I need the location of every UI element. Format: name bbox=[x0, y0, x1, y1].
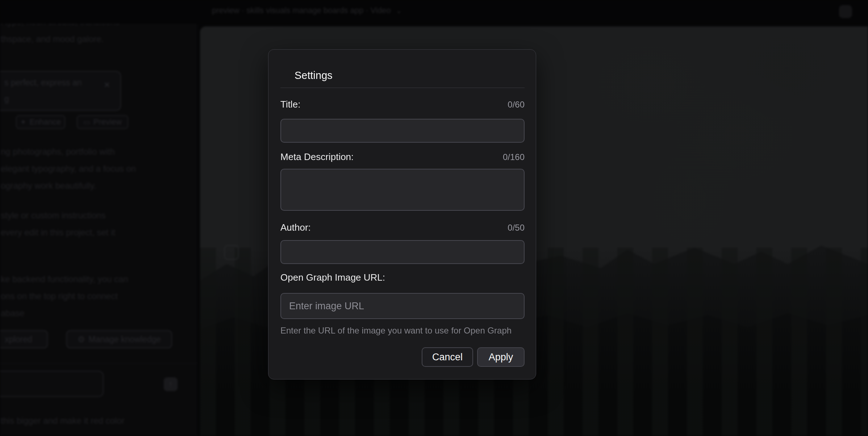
chat-text-line: ng photographs, portfolio with bbox=[1, 147, 115, 157]
meta-description-textarea[interactable] bbox=[280, 169, 525, 211]
arrow-up-icon: ↑ bbox=[169, 380, 173, 389]
project-breadcrumb[interactable]: preview · skills visuals manage boards a… bbox=[212, 6, 402, 15]
dialog-title: Settings bbox=[295, 70, 333, 81]
button-label: xplored bbox=[5, 335, 32, 344]
author-label: Author: bbox=[280, 222, 311, 233]
chip-label: Preview bbox=[93, 117, 122, 127]
suggestion-card[interactable]: s perfect, express an g ✕ bbox=[0, 71, 121, 111]
sparkles-icon: ✦ bbox=[20, 118, 26, 126]
apply-button[interactable]: Apply bbox=[477, 347, 525, 367]
chevron-down-icon: ⌄ bbox=[396, 6, 402, 15]
monitor-icon: ▭ bbox=[83, 118, 90, 126]
send-button[interactable]: ↑ bbox=[164, 377, 178, 391]
chat-text-line: style or custom instructions bbox=[1, 210, 105, 221]
og-image-label-row: Open Graph Image URL: bbox=[280, 272, 525, 283]
top-bar: preview · skills visuals manage boards a… bbox=[0, 0, 868, 24]
og-image-helper-text: Enter the URL of the image you want to u… bbox=[280, 326, 525, 336]
preview-chip[interactable]: ▭ Preview bbox=[77, 115, 128, 129]
settings-dialog: Settings Title: 0/60 Meta Description: 0… bbox=[268, 49, 536, 380]
title-label-row: Title: 0/60 bbox=[280, 99, 525, 110]
chat-text-line: elegant typography, and a focus on bbox=[1, 164, 136, 174]
account-icon[interactable] bbox=[839, 5, 852, 18]
gear-icon: ⚙ bbox=[78, 335, 85, 344]
author-char-counter: 0/50 bbox=[508, 223, 525, 233]
author-label-row: Author: 0/50 bbox=[280, 222, 525, 233]
meta-description-char-counter: 0/160 bbox=[503, 152, 525, 162]
title-char-counter: 0/60 bbox=[508, 100, 525, 110]
title-input[interactable] bbox=[280, 119, 525, 143]
dialog-divider bbox=[280, 88, 525, 88]
chat-text-line: thspace, and mood galore. bbox=[1, 34, 104, 44]
chat-message-text: this bigger and make it red color bbox=[1, 416, 125, 426]
og-image-url-input[interactable] bbox=[280, 293, 525, 319]
author-input[interactable] bbox=[280, 240, 525, 264]
title-label: Title: bbox=[280, 99, 300, 110]
cancel-button[interactable]: Cancel bbox=[422, 347, 473, 367]
chat-sidebar: l typo, neon circuits, transitions thspa… bbox=[0, 0, 197, 436]
close-icon[interactable]: ✕ bbox=[104, 80, 110, 90]
chat-text-line: abase bbox=[1, 308, 24, 318]
enhance-chip[interactable]: ✦ Enhance bbox=[16, 115, 65, 129]
manage-knowledge-button[interactable]: ⚙ Manage knowledge bbox=[66, 330, 172, 348]
og-image-url-label: Open Graph Image URL: bbox=[280, 272, 385, 283]
suggestion-card-text: s perfect, express an bbox=[4, 78, 82, 88]
meta-description-label-row: Meta Description: 0/160 bbox=[280, 151, 525, 163]
suggestion-card-text: g bbox=[4, 94, 9, 104]
button-label: Manage knowledge bbox=[89, 335, 161, 344]
chat-text-line: every edit in this project, set it bbox=[1, 227, 115, 238]
chat-text-line: ography work beautifully. bbox=[1, 181, 96, 191]
chat-text-line: ke backend functionality, you can bbox=[1, 274, 128, 284]
sidebar-divider bbox=[0, 363, 197, 364]
chat-composer-input[interactable] bbox=[0, 371, 104, 397]
preview-element-outline bbox=[224, 245, 239, 260]
chat-text-line: ons on the top right to connect bbox=[1, 291, 118, 301]
meta-description-label: Meta Description: bbox=[280, 151, 354, 163]
explored-button[interactable]: xplored bbox=[0, 330, 48, 348]
chip-label: Enhance bbox=[29, 117, 61, 127]
